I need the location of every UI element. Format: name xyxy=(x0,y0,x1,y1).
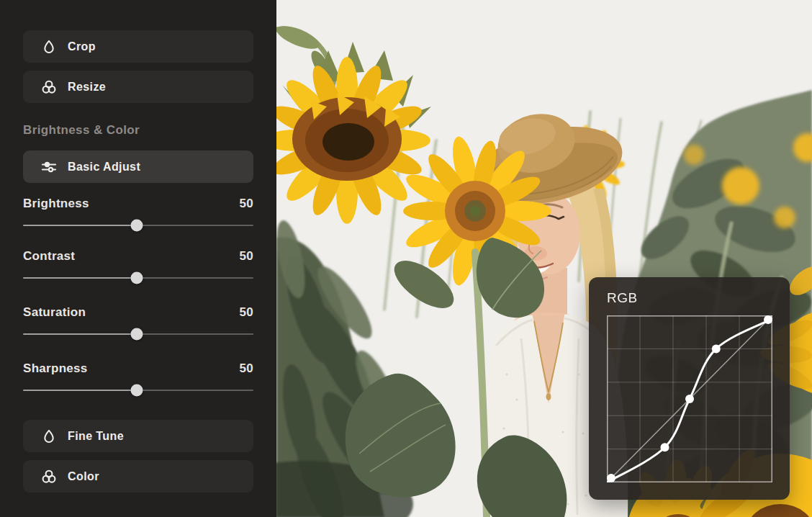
saturation-slider-row: Saturation 50 xyxy=(23,303,253,341)
resize-button-label: Resize xyxy=(68,81,106,94)
contrast-value: 50 xyxy=(239,247,253,266)
crop-button[interactable]: Crop xyxy=(23,30,253,63)
sharpness-value: 50 xyxy=(239,359,253,378)
saturation-label: Saturation xyxy=(23,303,86,322)
color-button[interactable]: Color xyxy=(23,460,253,493)
contrast-label: Contrast xyxy=(23,247,75,266)
tone-curve-chart xyxy=(607,315,772,482)
photo-editor-window: Crop Resize Brightness & Color Basic Adj… xyxy=(0,0,812,517)
brightness-value: 50 xyxy=(239,194,253,213)
curves-panel-title: RGB xyxy=(607,290,638,306)
sharpness-slider-row: Sharpness 50 xyxy=(23,359,253,397)
section-title-brightness-color: Brightness & Color xyxy=(23,123,253,138)
contrast-slider-row: Contrast 50 xyxy=(23,247,253,284)
curve-point[interactable] xyxy=(764,315,772,324)
saturation-slider[interactable] xyxy=(23,328,253,341)
circles-icon xyxy=(40,78,58,96)
brightness-label: Brightness xyxy=(23,194,89,213)
fine-tune-button[interactable]: Fine Tune xyxy=(23,420,253,452)
saturation-slider-thumb[interactable] xyxy=(131,328,143,341)
brightness-slider-row: Brightness 50 xyxy=(23,194,253,232)
saturation-value: 50 xyxy=(239,303,253,322)
droplet-icon xyxy=(40,38,58,55)
sharpness-slider[interactable] xyxy=(23,384,253,397)
brightness-slider-thumb[interactable] xyxy=(131,220,143,232)
droplet-icon xyxy=(40,428,58,445)
curve-point[interactable] xyxy=(607,474,615,482)
color-button-label: Color xyxy=(68,470,99,483)
fine-tune-button-label: Fine Tune xyxy=(68,430,124,443)
curve-point[interactable] xyxy=(661,443,669,451)
curve-point[interactable] xyxy=(685,395,694,403)
curve-point[interactable] xyxy=(712,344,721,353)
contrast-slider[interactable] xyxy=(23,271,253,284)
circles-icon xyxy=(40,468,58,485)
contrast-slider-thumb[interactable] xyxy=(131,272,143,284)
basic-adjust-button[interactable]: Basic Adjust xyxy=(23,150,253,183)
sliders-icon xyxy=(40,158,58,176)
rgb-curves-panel[interactable]: RGB xyxy=(589,277,790,500)
crop-button-label: Crop xyxy=(68,40,96,53)
pendant xyxy=(546,393,551,400)
sidebar: Crop Resize Brightness & Color Basic Adj… xyxy=(0,0,276,517)
brightness-slider[interactable] xyxy=(23,219,253,232)
sharpness-slider-thumb[interactable] xyxy=(131,385,143,397)
basic-adjust-button-label: Basic Adjust xyxy=(68,161,140,174)
sharpness-label: Sharpness xyxy=(23,359,88,378)
resize-button[interactable]: Resize xyxy=(23,71,253,103)
